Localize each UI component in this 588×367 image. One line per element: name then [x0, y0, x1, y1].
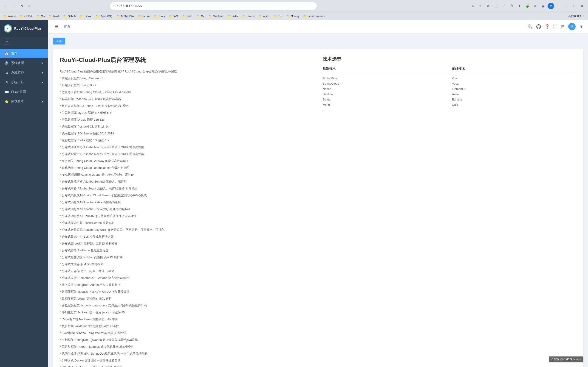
reload-button[interactable]: ↻	[18, 3, 25, 9]
sidebar-item-label: 测试菜单	[11, 100, 24, 104]
description-line: * 分布式事务 Alibaba Seata 无侵入、高扩展 支持 四种模式	[60, 186, 313, 192]
backend-tech-item: Seata	[323, 97, 447, 102]
description-line: * 缓存数据库 Redis 适配 6.X 最低 5.X	[60, 137, 313, 143]
bookmark-git[interactable]: 📁 Git	[195, 14, 206, 19]
bookmark-github[interactable]: 📁 Github	[61, 14, 78, 19]
folder-icon: 📁	[182, 15, 186, 18]
home-button[interactable]: ⌂	[26, 3, 33, 9]
sidebar-item-plus-website[interactable]: ✉️ PLUS官网	[0, 87, 48, 97]
bookmark-mymedia[interactable]: 📁 MYMEDIA	[115, 14, 136, 19]
refresh-hints-button[interactable]: ⟳	[485, 3, 492, 9]
backend-tech-item: Nacos	[323, 86, 447, 92]
bookmark-nacos[interactable]: 📁 Nacos	[240, 14, 256, 19]
breadcrumb: 首页	[64, 25, 70, 29]
history-button[interactable]: ⏱	[509, 3, 515, 9]
mail-icon: ✉️	[5, 90, 9, 94]
description-line: * 文档框架 SpringDoc、javadoc 无注解零入侵基于java注释	[60, 337, 313, 343]
close-button[interactable]: ✕	[579, 3, 585, 9]
add-tab-button[interactable]: +	[4, 39, 10, 45]
more-bookmarks-button[interactable]: 其他收藏夹 »	[566, 13, 586, 19]
tablet-button[interactable]: ⬜	[493, 3, 499, 9]
folder-icon: 📁	[303, 15, 307, 18]
csdn-badge: CSDN @Kud6 Shin-ichi	[549, 357, 583, 362]
bookmark-cyber-security[interactable]: 📁 cyber security	[301, 14, 327, 19]
description-line: * 分布式搜索引擎 ElasticSearch 业界知名	[60, 220, 313, 226]
description-line: * Excel框架 Alibaba EasyExcel 性能优异 扩展性强	[60, 330, 313, 336]
github-icon-button[interactable]	[536, 24, 541, 29]
minimize-button[interactable]: ─	[563, 3, 570, 9]
browser-ext-button[interactable]: ◉	[540, 3, 546, 9]
workspaces-button[interactable]: ⊞	[501, 3, 507, 9]
folder-icon: 📁	[80, 15, 84, 18]
bookmark-go[interactable]: 📁 Go	[35, 14, 46, 19]
bookmark-linux[interactable]: 📁 Linux	[78, 14, 93, 19]
bookmark-useful[interactable]: 📁 useful	[2, 14, 17, 19]
right-column: 技术选型 后端技术 SpringBootSpringCloudNacosSent…	[323, 56, 577, 367]
menu-button[interactable]: ⋯	[555, 3, 562, 9]
bookmark-label: Sentinel	[213, 15, 223, 18]
backend-tech-item: SpringBoot	[323, 76, 447, 81]
description-line: * 工具类框架 Hutool、Lombok 减少代码冗余 增加安全性	[60, 344, 313, 350]
sidebar-nav: 🏠 首页 ⚙️ 系统管理 ▼ 🖥 系统监控 ▼ 🗄 系统工具 ▼ ✉️ PLUS…	[0, 47, 48, 367]
sidebar-item-system-monitor[interactable]: 🖥 系统监控 ▼	[0, 68, 48, 77]
search-icon-button[interactable]: 🔍	[527, 24, 533, 29]
description-line: * 后端开发框架 Spring Boot	[60, 82, 313, 88]
browser-controls: ← → ↻ ⌂	[3, 3, 33, 9]
edge-button[interactable]: ◈	[532, 3, 538, 9]
folder-icon: 📁	[227, 15, 231, 18]
address-bar[interactable]: ⚠ 192.168.1.16/index	[110, 2, 317, 10]
sidebar-item-system-manage[interactable]: ⚙️ 系统管理 ▼	[0, 58, 48, 68]
bookmark-label: front	[187, 15, 192, 18]
sidebar-item-system-tools[interactable]: 🗄 系统工具 ▼	[0, 77, 48, 87]
folder-icon: 📁	[274, 15, 277, 18]
settings-icon-button[interactable]: ⊞	[561, 24, 565, 29]
bookmark-spring[interactable]: 📁 Spring	[285, 14, 301, 19]
back-button[interactable]: ←	[3, 3, 9, 9]
bookmark-redis[interactable]: 📁 redis	[225, 14, 240, 19]
bookmark-button[interactable]: ☆	[477, 3, 484, 9]
description-line: * 分布式任务调度 Xxl-Job 高性能 高可靠 易扩展	[60, 254, 313, 260]
user-avatar[interactable]: U	[568, 23, 576, 30]
content-area: 首页 RuoYi-Cloud-Plus后台管理系统 RuoYi-Cloud-Pl…	[48, 33, 588, 367]
sidebar-item-label: 系统工具	[11, 80, 24, 84]
fullscreen-icon-button[interactable]: ⛶	[553, 24, 557, 29]
backend-column: 后端技术 SpringBootSpringCloudNacosSentinelS…	[323, 67, 447, 113]
downloads-button[interactable]: ⬇	[516, 3, 523, 9]
hamburger-button[interactable]: ☰	[53, 23, 60, 30]
folder-icon: 📁	[196, 15, 200, 18]
star-icon: ⭐	[5, 100, 9, 104]
question-icon-button[interactable]: ❓	[545, 24, 550, 29]
bookmark-front[interactable]: 📁 front	[180, 14, 194, 19]
description-line: * 分布式消息队列 Spring Cloud Stream 门面框架兼容各种MQ…	[60, 192, 313, 198]
bookmark-sentinel[interactable]: 📁 Sentinel	[207, 14, 225, 19]
bookmark-future[interactable]: 📁 future	[136, 14, 152, 19]
description-line: * 容器框架 Undertow 基于 XNIO 的高性能容器	[60, 96, 313, 102]
main-content: ☰ 首页 🔍 ❓ ⛶ ⊞ U ▼ 首页	[48, 20, 588, 367]
app-layout: R RuoYi-Cloud-Plus + 🏠 首页 ⚙️ 系统管理 ▼ 🖥 系统…	[0, 20, 588, 367]
description-line: * Redis客户端 Redisson 性能强劲、API丰富	[60, 316, 313, 322]
description-line: * 数据库框架 p6spy 更强劲的 SQL 分析	[60, 296, 313, 302]
bookmark-label: Tools	[158, 15, 165, 18]
sidebar-item-label: 首页	[11, 51, 17, 56]
bookmark-rabbitmq[interactable]: 📁 RabbitMQ	[94, 14, 114, 19]
description-line: * 部署方式 Docker 容器编排一键部署业务集群	[60, 358, 313, 364]
profile-button[interactable]: P	[548, 3, 554, 9]
bookmark-tools[interactable]: 📁 Tools	[152, 14, 167, 19]
bookmark-nginx[interactable]: 📁 nginx	[257, 14, 272, 19]
sidebar-item-test-menu[interactable]: ⭐ 测试菜单 ▼	[0, 97, 48, 106]
bookmark-cuda[interactable]: 📁 CUDA	[18, 14, 34, 19]
forward-button[interactable]: →	[10, 3, 17, 9]
maximize-button[interactable]: □	[571, 3, 578, 9]
folder-icon: 📁	[4, 15, 7, 18]
translate-button[interactable]: A	[469, 3, 476, 9]
bookmark-label: nginx	[263, 15, 270, 18]
bookmark-label: RabbitMQ	[100, 15, 112, 18]
bookmark-db[interactable]: 📁 DB	[272, 14, 284, 19]
chevron-down-icon[interactable]: ▼	[579, 24, 583, 29]
extensions-button[interactable]: 🧩	[524, 3, 531, 9]
sidebar-item-home[interactable]: 🏠 首页	[0, 49, 48, 58]
bookmark-wx[interactable]: 📁 WX	[167, 14, 180, 19]
description-line: * 分布式消息队列 Apache Kafka 高性能高速度	[60, 199, 313, 205]
bookmark-rust[interactable]: 📁 Rust	[47, 14, 61, 19]
sidebar-item-label: 系统监控	[11, 71, 24, 75]
